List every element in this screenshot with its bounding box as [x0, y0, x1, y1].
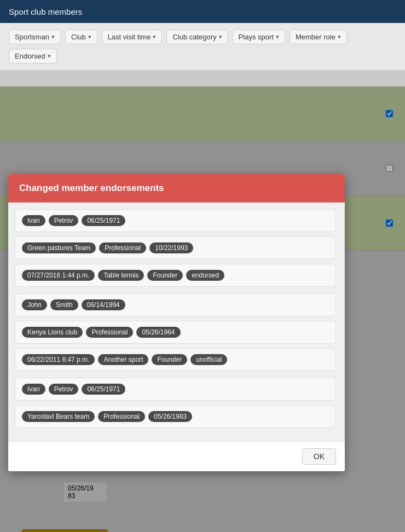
tag-sport-2: Another sport: [98, 354, 148, 365]
tag-cat-2: Professional: [86, 327, 133, 338]
tag-datetime-1: 07/27/2016 1:44 p.m.: [22, 270, 95, 281]
tag-date-3: 05/26/1983: [148, 411, 192, 422]
person-row-3: Ivan Petrov 06/25/1971: [15, 378, 336, 401]
tag-cat-1: Professional: [99, 242, 146, 253]
main-content: ⇅ Endorsed 05/26/1983 Change endorsement…: [0, 86, 405, 532]
tag-ivan-1: Ivan: [22, 215, 45, 226]
tag-role-1: Founder: [147, 270, 183, 281]
entry-group-3: Ivan Petrov 06/25/1971 Yaroslavl Bears t…: [15, 378, 336, 428]
tag-dob-2: 06/14/1994: [82, 299, 125, 310]
ok-button[interactable]: OK: [302, 448, 336, 465]
tag-date-1: 10/22/1993: [149, 242, 193, 253]
page-title: Sport club members: [9, 7, 82, 16]
filter-bar: Sportsman Club Last visit time Club cate…: [0, 23, 405, 70]
tag-dob-1: 06/25/1971: [82, 215, 125, 226]
tag-club-3: Yaroslavl Bears team: [22, 411, 95, 422]
filter-endorsed[interactable]: Endorsed: [9, 49, 57, 63]
filter-club-category[interactable]: Club category: [166, 30, 228, 44]
modal-scroll[interactable]: Ivan Petrov 06/25/1971 Green pastures Te…: [15, 209, 338, 435]
tag-club-1: Green pastures Team: [22, 242, 96, 253]
tag-datetime-2: 06/22/2011 6:47 p.m.: [22, 354, 95, 365]
tag-ivan-3: Ivan: [22, 384, 45, 395]
tag-john: John: [22, 299, 47, 310]
entry-group-2: John Smith 06/14/1994 Kenya Lions club P…: [15, 293, 336, 371]
modal-footer: OK: [8, 441, 345, 471]
tag-status-2: unofficial: [190, 354, 227, 365]
tag-petrov-1: Petrov: [49, 215, 79, 226]
filter-member-role[interactable]: Member role: [290, 30, 347, 44]
tag-cat-3: Professional: [98, 411, 145, 422]
filter-sportsman[interactable]: Sportsman: [9, 30, 61, 44]
tag-petrov-3: Petrov: [49, 384, 79, 395]
club-row-1: Green pastures Team Professional 10/22/1…: [15, 236, 336, 259]
modal-title: Changed member endorsements: [19, 183, 164, 193]
modal-dialog: Changed member endorsements Ivan Petrov …: [8, 174, 345, 471]
tag-dob-3: 06/25/1971: [82, 384, 125, 395]
tag-sport-1: Table tennis: [98, 270, 144, 281]
filter-club[interactable]: Club: [65, 30, 97, 44]
club-row-3: Yaroslavl Bears team Professional 05/26/…: [15, 405, 336, 428]
top-bar: Sport club members: [0, 0, 405, 23]
club-row-2: Kenya Lions club Professional 05/26/1964: [15, 321, 336, 344]
person-row-2: John Smith 06/14/1994: [15, 293, 336, 316]
filter-plays-sport[interactable]: Plays sport: [233, 30, 285, 44]
detail-row-2: 06/22/2011 6:47 p.m. Another sport Found…: [15, 348, 336, 371]
tag-status-1: endorsed: [186, 270, 224, 281]
person-row-1: Ivan Petrov 06/25/1971: [15, 209, 336, 232]
modal-body: Ivan Petrov 06/25/1971 Green pastures Te…: [8, 203, 345, 441]
tag-club-2: Kenya Lions club: [22, 327, 83, 338]
entry-group-1: Ivan Petrov 06/25/1971 Green pastures Te…: [15, 209, 336, 287]
detail-row-1: 07/27/2016 1:44 p.m. Table tennis Founde…: [15, 264, 336, 287]
tag-role-2: Founder: [152, 354, 187, 365]
tag-date-2: 05/26/1964: [136, 327, 180, 338]
tag-smith: Smith: [50, 299, 78, 310]
filter-last-visit[interactable]: Last visit time: [102, 30, 163, 44]
modal-header: Changed member endorsements: [8, 174, 345, 203]
